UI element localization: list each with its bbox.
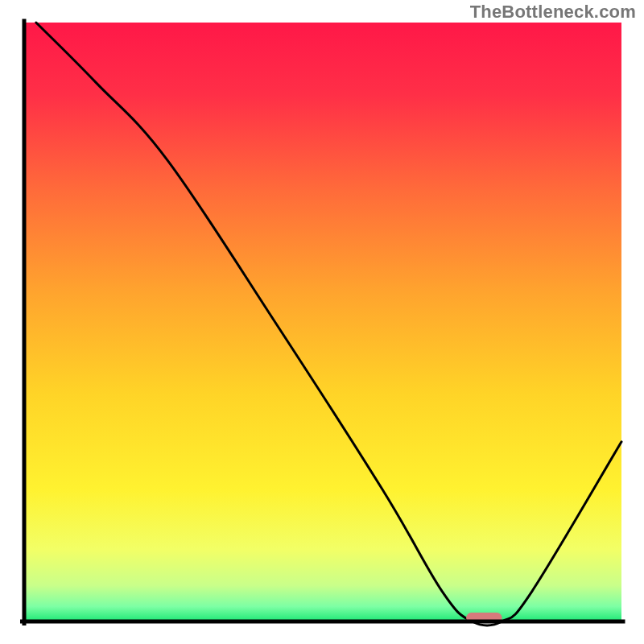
- chart-stage: TheBottleneck.com: [0, 0, 644, 644]
- bottleneck-chart: [0, 0, 644, 644]
- watermark-text: TheBottleneck.com: [470, 2, 636, 23]
- plot-background: [24, 23, 621, 621]
